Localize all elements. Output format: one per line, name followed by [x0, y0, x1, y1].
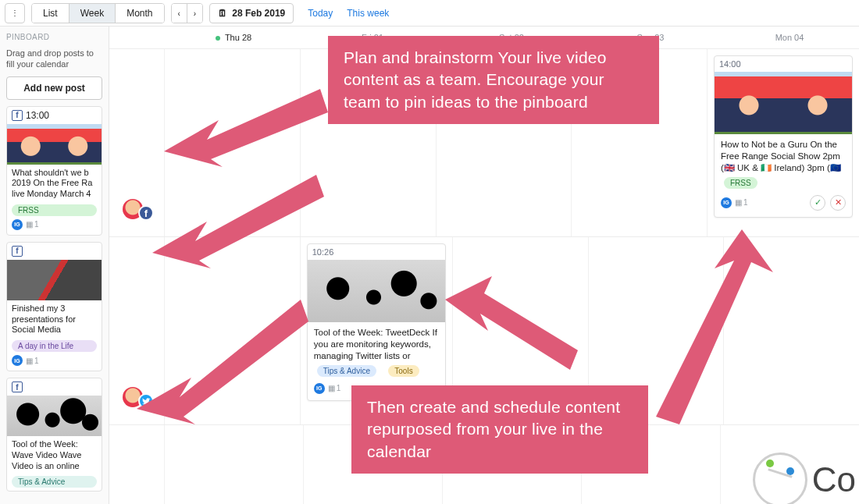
calendar: Thu 28 Fri 01 Sat 02 Sun 03 Mon 04 f — [109, 27, 859, 504]
facebook-icon: f — [12, 246, 23, 257]
calendar-cell[interactable] — [581, 425, 720, 504]
author-avatar: IG — [721, 197, 732, 208]
day-header: Sat 02 — [442, 33, 581, 42]
add-new-post-button[interactable]: Add new post — [6, 76, 102, 100]
post-card-guru[interactable]: 14:00 How to Not be a Guru On the Free R… — [714, 55, 853, 218]
today-link[interactable]: Today — [308, 8, 333, 19]
calendar-cell[interactable] — [571, 49, 707, 236]
pinboard-help: Drag and drop posts to fill your calenda… — [6, 48, 102, 70]
pin-thumbnail — [7, 396, 102, 436]
row-gutter: f — [109, 49, 164, 236]
pinboard-title: PINBOARD — [6, 33, 102, 41]
row-gutter — [109, 425, 164, 504]
view-list-button[interactable]: List — [32, 4, 70, 23]
next-button[interactable]: › — [187, 4, 202, 23]
calendar-cell[interactable] — [164, 425, 303, 504]
pinboard-sidebar: PINBOARD Drag and drop posts to fill you… — [0, 27, 109, 504]
post-text: How to Not be a Guru On the Free Range S… — [715, 134, 852, 176]
channel-stack[interactable] — [123, 387, 151, 409]
calendar-cell[interactable] — [442, 425, 581, 504]
date-picker-button[interactable]: 🗓 28 Feb 2019 — [209, 3, 294, 23]
pin-text: Finished my 3 presentations for Social M… — [7, 300, 102, 339]
attachment-count: ▦ 1 — [26, 357, 39, 365]
day-header: Sun 03 — [581, 33, 720, 42]
pin-thumbnail — [7, 124, 102, 165]
post-time: 14:00 — [715, 56, 852, 72]
calendar-cell[interactable] — [303, 425, 442, 504]
post-badge: FRSS — [724, 177, 757, 189]
prev-button[interactable]: ‹ — [172, 4, 187, 23]
pin-card[interactable]: f Tool of the Week: Wave Video Wave Vide… — [6, 378, 102, 492]
calendar-cell[interactable] — [436, 49, 572, 236]
pin-badge: FRSS — [12, 204, 97, 216]
view-month-button[interactable]: Month — [116, 4, 163, 23]
calendar-cell[interactable] — [588, 237, 724, 424]
logo-mark-icon — [753, 453, 807, 504]
this-week-link[interactable]: This week — [347, 8, 389, 19]
facebook-icon: f — [12, 382, 23, 392]
pin-text: What shouldn't we b 2019 On the Free Ra … — [7, 165, 102, 203]
day-header: Fri 01 — [303, 33, 442, 42]
pin-card[interactable]: f Finished my 3 presentations for Social… — [6, 242, 102, 371]
day-header: Thu 28 — [164, 33, 303, 42]
pin-badge: Tips & Advice — [12, 476, 97, 488]
post-thumbnail — [715, 72, 852, 134]
current-date: 28 Feb 2019 — [232, 8, 285, 19]
post-time: 10:26 — [308, 244, 445, 260]
calendar-row — [109, 424, 859, 456]
pin-text: Tool of the Week: Wave Video Wave Video … — [7, 436, 102, 474]
view-week-button[interactable]: Week — [70, 4, 116, 23]
twitter-badge-icon — [138, 393, 154, 409]
pin-card[interactable]: f 13:00 What shouldn't we b 2019 On the … — [6, 106, 102, 236]
nav-arrows: ‹ › — [171, 3, 204, 23]
attachment-count: ▦ 1 — [26, 220, 39, 229]
calendar-row: f 14:00 How to Not be a Guru On the Free… — [109, 48, 859, 236]
day-header: Mon 04 — [720, 33, 859, 42]
app-logo: Co — [753, 453, 856, 504]
pin-thumbnail — [7, 260, 102, 300]
facebook-icon: f — [12, 110, 23, 121]
approve-button[interactable]: ✓ — [810, 195, 825, 211]
post-badge: Tips & Advice — [317, 365, 376, 377]
pin-badge: A day in the Life — [12, 340, 97, 352]
calendar-cell[interactable] — [452, 237, 588, 424]
channel-stack[interactable]: f — [123, 199, 151, 221]
toolbar: ⋮ List Week Month ‹ › 🗓 28 Feb 2019 Toda… — [0, 0, 859, 27]
more-menu-button[interactable]: ⋮ — [5, 3, 25, 23]
day-headers: Thu 28 Fri 01 Sat 02 Sun 03 Mon 04 — [109, 27, 859, 48]
pin-time: 13:00 — [26, 110, 49, 121]
calendar-cell[interactable] — [723, 237, 859, 424]
attachment-count: ▦ 1 — [328, 384, 341, 392]
calendar-cell[interactable]: 10:26 Tool of the Week: TweetDeck If you… — [300, 237, 452, 424]
post-badge: Tools — [388, 365, 419, 377]
calendar-icon: 🗓 — [218, 8, 227, 19]
facebook-badge-icon: f — [138, 205, 154, 221]
calendar-row: 10:26 Tool of the Week: TweetDeck If you… — [109, 236, 859, 424]
author-avatar: IG — [314, 383, 325, 394]
post-card-tool[interactable]: 10:26 Tool of the Week: TweetDeck If you… — [307, 243, 446, 401]
view-switcher: List Week Month — [31, 3, 165, 23]
reject-button[interactable]: ✕ — [830, 195, 846, 211]
calendar-cell[interactable] — [300, 49, 436, 236]
logo-text: Co — [812, 460, 856, 499]
author-avatar: IG — [12, 355, 23, 366]
calendar-cell[interactable] — [164, 49, 300, 236]
calendar-cell[interactable]: 14:00 How to Not be a Guru On the Free R… — [707, 49, 859, 236]
calendar-cell[interactable] — [164, 237, 300, 424]
attachment-count: ▦ 1 — [735, 198, 748, 207]
post-thumbnail — [308, 260, 445, 322]
author-avatar: IG — [12, 219, 23, 230]
post-text: Tool of the Week: TweetDeck If you are m… — [308, 322, 445, 364]
row-gutter — [109, 237, 164, 424]
